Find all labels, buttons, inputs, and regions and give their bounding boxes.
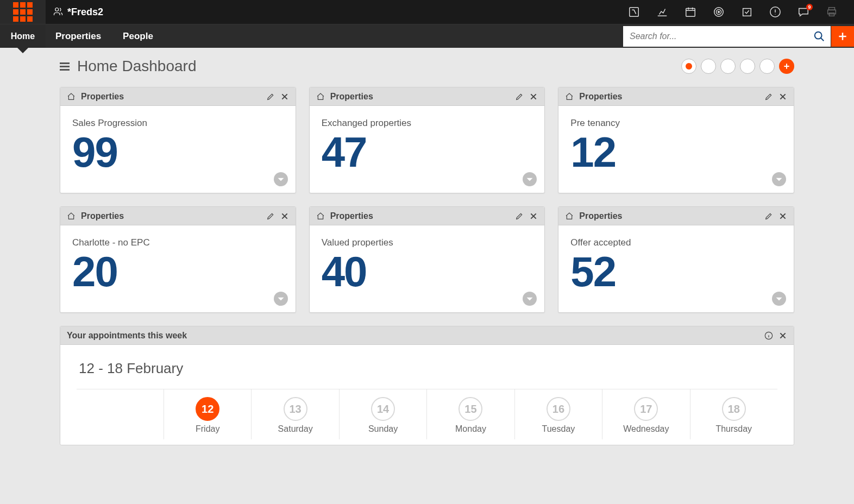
day-cell[interactable]: 13 Saturday (251, 389, 338, 439)
metric-label: Sales Progression (72, 118, 284, 129)
nav-home[interactable]: Home (0, 24, 46, 48)
widget-header: Properties (60, 87, 296, 106)
day-name: Wednesday (602, 424, 689, 434)
home-icon (565, 212, 574, 220)
appointments-body: 12 - 18 February 12 Friday 13 Saturday 1… (60, 345, 794, 445)
team-name-display[interactable]: *Freds2 (46, 0, 628, 24)
dashboard-dot-5[interactable] (759, 59, 775, 74)
edit-icon[interactable] (764, 212, 773, 220)
nav-bar: Home Properties People (0, 24, 854, 48)
expand-icon[interactable] (772, 292, 786, 306)
page-header: Home Dashboard (60, 58, 794, 75)
home-icon (316, 92, 325, 101)
tasks-icon[interactable] (741, 6, 753, 18)
metric-value: 52 (570, 250, 782, 293)
widget-title: Properties (330, 92, 373, 102)
day-cell[interactable]: 16 Tuesday (514, 389, 602, 439)
svg-rect-1 (686, 9, 695, 17)
close-icon[interactable] (778, 331, 787, 340)
target-icon[interactable] (713, 6, 725, 18)
dashboard-selector (681, 59, 794, 74)
nav-links: Properties People (46, 24, 623, 48)
page-title: Home Dashboard (77, 58, 196, 75)
chart-icon[interactable] (656, 6, 668, 18)
widget-card: Properties Charlotte - no EPC 20 (60, 206, 296, 313)
edit-icon[interactable] (515, 92, 524, 101)
calendar-icon[interactable] (685, 6, 696, 18)
page-content: Home Dashboard Properties Sales Progress… (0, 48, 854, 445)
active-nav-indicator (17, 48, 28, 53)
widget-card: Properties Exchanged properties 47 (309, 87, 545, 193)
expand-icon[interactable] (523, 172, 537, 186)
day-number: 15 (459, 397, 482, 421)
close-icon[interactable] (778, 212, 787, 220)
add-dashboard-button[interactable] (779, 59, 794, 74)
plus-icon (837, 31, 848, 42)
metric-value: 40 (322, 250, 533, 293)
app-launcher[interactable] (0, 0, 46, 24)
close-icon[interactable] (778, 92, 787, 101)
widget-title: Properties (579, 211, 622, 221)
dashboard-dot-3[interactable] (720, 59, 736, 74)
widget-header: Properties (558, 207, 794, 225)
reports-icon[interactable] (628, 6, 640, 18)
metric-label: Pre tenancy (570, 118, 782, 129)
home-icon (316, 212, 325, 220)
edit-icon[interactable] (266, 92, 275, 101)
alert-icon[interactable] (769, 6, 781, 18)
info-icon[interactable] (764, 331, 773, 340)
metric-label: Exchanged properties (322, 118, 533, 129)
print-icon[interactable] (826, 6, 838, 18)
close-icon[interactable] (280, 92, 289, 101)
day-number: 18 (722, 397, 746, 421)
dashboard-dot-4[interactable] (740, 59, 755, 74)
expand-icon[interactable] (274, 292, 288, 306)
widget-body: Offer accepted 52 (558, 225, 794, 312)
edit-icon[interactable] (515, 212, 524, 220)
widget-body: Charlotte - no EPC 20 (60, 225, 296, 312)
search-input[interactable] (623, 26, 808, 47)
appointments-panel: Your appointments this week 12 - 18 Febr… (60, 326, 794, 445)
edit-icon[interactable] (764, 92, 773, 101)
nav-properties[interactable]: Properties (55, 31, 101, 42)
users-icon (53, 7, 63, 17)
day-cell[interactable]: 14 Sunday (339, 389, 426, 439)
close-icon[interactable] (529, 212, 538, 220)
widget-card: Properties Offer accepted 52 (558, 206, 794, 313)
close-icon[interactable] (280, 212, 289, 220)
widget-title: Properties (81, 211, 124, 221)
chat-icon[interactable]: 9 (798, 6, 809, 18)
widget-body: Valued properties 40 (310, 225, 545, 312)
expand-icon[interactable] (274, 172, 288, 186)
team-name-label: *Freds2 (67, 7, 103, 18)
dashboard-dot-2[interactable] (701, 59, 716, 74)
menu-toggle-icon[interactable] (60, 62, 70, 71)
search-button[interactable] (808, 26, 831, 47)
nav-people[interactable]: People (123, 31, 153, 42)
svg-point-4 (718, 11, 720, 13)
widget-header: Properties (60, 207, 296, 225)
expand-icon[interactable] (772, 172, 786, 186)
day-cell[interactable]: 12 Friday (164, 389, 251, 439)
day-name: Sunday (340, 424, 426, 434)
add-new-button[interactable] (831, 26, 854, 47)
days-row: 12 Friday 13 Saturday 14 Sunday 15 Monda… (77, 389, 777, 439)
widget-header: Properties (558, 87, 794, 106)
svg-rect-5 (743, 9, 751, 16)
home-icon (67, 92, 76, 101)
widget-body: Exchanged properties 47 (310, 106, 545, 193)
search-icon (813, 30, 825, 42)
day-cell[interactable]: 18 Thursday (690, 389, 777, 439)
date-range: 12 - 18 February (77, 360, 777, 377)
edit-icon[interactable] (266, 212, 275, 220)
dashboard-dot-1[interactable] (681, 59, 696, 74)
widget-card: Properties Pre tenancy 12 (558, 87, 794, 193)
close-icon[interactable] (529, 92, 538, 101)
widget-header: Properties (310, 87, 545, 106)
day-cell[interactable]: 15 Monday (426, 389, 514, 439)
metric-value: 12 (570, 131, 782, 173)
day-name: Thursday (690, 424, 777, 434)
day-cell[interactable]: 17 Wednesday (602, 389, 689, 439)
day-number: 16 (547, 397, 570, 421)
expand-icon[interactable] (523, 292, 537, 306)
